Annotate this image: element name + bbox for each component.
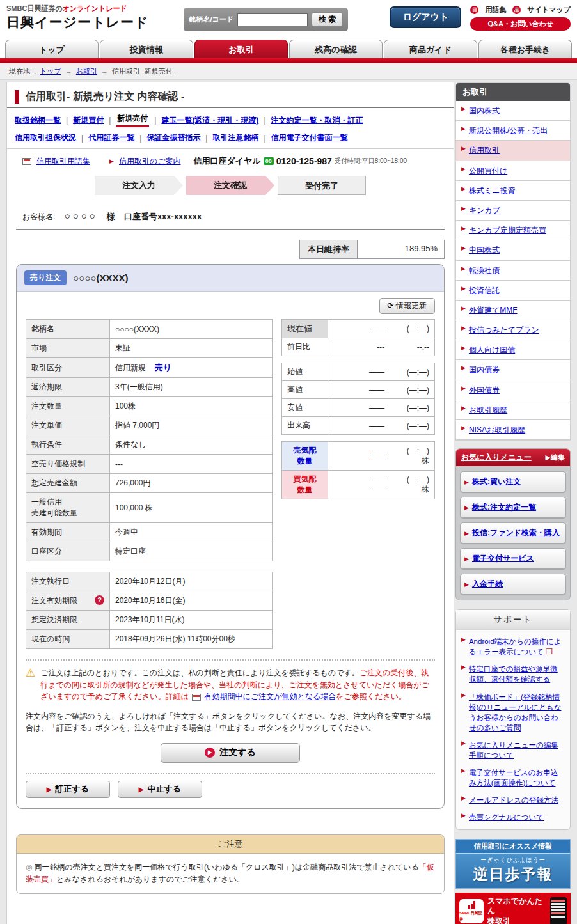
sidebar-link[interactable]: 外国債券 (469, 385, 500, 395)
support-item[interactable]: ▶ 電子交付サービスのお申込み方法(画面操作)について (461, 767, 565, 788)
favorite-item[interactable]: ▶ 株式:買い注文 (460, 471, 566, 492)
gyakuhibu-banner[interactable]: 信用取引にオススメ情報 ーぎゃくひぶよほうー 逆日歩予報 (455, 839, 571, 889)
tab-product-guide[interactable]: 商品ガイド (384, 40, 477, 58)
support-item[interactable]: ▶ メールアドレスの登録方法 (461, 795, 565, 805)
subnav-link[interactable]: 取引注意銘柄 (212, 132, 258, 143)
sidebar-link[interactable]: NISAお取引履歴 (469, 425, 525, 435)
sidebar-item[interactable]: ▶ 外国債券 (456, 380, 570, 400)
support-item[interactable]: ▶ Android端末からの操作によるエラー表示について ❐ (461, 636, 565, 657)
sidebar-item[interactable]: ▶ 投資信託 (456, 281, 570, 301)
modify-order-button[interactable]: ▶訂正する (26, 781, 110, 798)
table-row: 安値 ——(—:—) (282, 399, 435, 417)
breadcrumb-current: 信用取引 -新規売付- (112, 67, 175, 75)
sidebar-item[interactable]: ▶ 信用取引 (456, 141, 570, 161)
sidebar-link[interactable]: 信用取引 (469, 145, 500, 155)
sidebar-item[interactable]: ▶ キンカブ定期定額売買 (456, 221, 570, 240)
sidebar-item[interactable]: ▶ 新規公開株/公募・売出 (456, 121, 570, 141)
support-link[interactable]: 売買シグナルについて (469, 813, 544, 821)
sidebar-item[interactable]: ▶ 国内株式 (456, 101, 570, 121)
favorite-item[interactable]: ▶ 入金手続 (460, 574, 566, 595)
tab-invest-info[interactable]: 投資情報 (100, 40, 193, 58)
subnav-link[interactable]: 信用取引担保状況 (15, 132, 76, 143)
sidebar-link[interactable]: お取引履歴 (469, 405, 507, 415)
subnav-link[interactable]: 建玉一覧(返済・現引・現渡) (161, 115, 258, 126)
sidebar-link[interactable]: 投資信託 (469, 285, 500, 295)
submit-order-button[interactable]: ▶注文する (161, 743, 300, 763)
favorites-title[interactable]: お気に入りメニュー (461, 452, 532, 463)
cancel-order-button[interactable]: ▶中止する (118, 781, 202, 798)
subnav-link[interactable]: 取扱銘柄一覧 (15, 115, 61, 126)
support-item[interactable]: ▶ 売買シグナルについて (461, 812, 565, 822)
sidebar-link[interactable]: 中国株式 (469, 245, 500, 255)
favorite-item[interactable]: ▶ 株式:注文約定一覧 (460, 497, 566, 518)
sidebar-link[interactable]: 転換社債 (469, 265, 500, 276)
customer-name: ○○○○ (65, 210, 98, 221)
bid-label: 買気配 数量 (282, 471, 328, 499)
favorite-link[interactable]: 入金手続 (472, 579, 503, 590)
support-title: サポート (456, 610, 570, 630)
sidebar-item[interactable]: ▶ NISAお取引履歴 (456, 420, 570, 440)
credit-glossary-link[interactable]: 信用取引用語集 (36, 156, 90, 167)
breadcrumb-trade-link[interactable]: お取引 (76, 67, 97, 75)
subnav-link[interactable]: 新規売付 (116, 113, 149, 127)
sidebar-link[interactable]: キンカブ (469, 205, 500, 215)
sidebar-link[interactable]: 公開買付け (469, 166, 507, 176)
sidebar-link[interactable]: 国内株式 (469, 106, 500, 116)
sidebar-link[interactable]: 外貨建てMMF (469, 305, 518, 315)
qa-contact-button[interactable]: Q&A・お問い合わせ (470, 17, 571, 31)
support-link[interactable]: お気に入りメニューの編集手順について (469, 741, 558, 759)
sidebar-item[interactable]: ▶ 中国株式 (456, 240, 570, 260)
support-link[interactable]: 特定口座での損益や源泉徴収額、還付額を確認する (469, 665, 558, 683)
refresh-button[interactable]: ⟳ 情報更新 (379, 298, 435, 314)
brand-logo[interactable]: SMBC日興証券のオンライントレード 日興イージートレード (6, 4, 148, 31)
sidebar-link[interactable]: キンカブ定期定額売買 (469, 225, 546, 235)
support-link[interactable]: 「株価ボード」(登録銘柄情報)のリニューアルにともなうお客様からのお問い合わせの… (469, 693, 562, 732)
sidebar-link[interactable]: 投信つみたてプラン (469, 325, 539, 335)
favorite-link[interactable]: 電子交付サービス (472, 553, 534, 564)
subnav-link[interactable]: 注文約定一覧・取消・訂正 (271, 115, 363, 126)
tab-procedures[interactable]: 各種お手続き (478, 40, 572, 58)
subnav-link[interactable]: 代用証券一覧 (88, 132, 134, 143)
favorite-link[interactable]: 投信:ファンド検索・購入 (472, 528, 560, 538)
tab-top[interactable]: トップ (5, 40, 99, 58)
search-input[interactable] (237, 13, 308, 26)
glossary-link[interactable]: 用語集 (485, 5, 506, 15)
support-item[interactable]: ▶ お気に入りメニューの編集手順について (461, 740, 565, 760)
sidebar-item[interactable]: ▶ 公開買付け (456, 161, 570, 181)
app-banner[interactable]: SMBC日興証券 スマホでかんたん 株取引 SMBC日興証券アプリ (455, 893, 571, 924)
favorite-item[interactable]: ▶ 電子交付サービス (460, 548, 566, 569)
support-item[interactable]: ▶ 特定口座での損益や源泉徴収額、還付額を確認する (461, 664, 565, 684)
sidebar-item[interactable]: ▶ お取引履歴 (456, 400, 570, 420)
sidebar-item[interactable]: ▶ 個人向け国債 (456, 340, 570, 360)
sidebar-link[interactable]: 新規公開株/公募・売出 (469, 125, 548, 136)
subnav-link[interactable]: 新規買付 (73, 115, 104, 126)
sidebar-link[interactable]: 個人向け国債 (469, 345, 515, 355)
sidebar-item[interactable]: ▶ キンカブ (456, 201, 570, 221)
sidebar-item[interactable]: ▶ 国内債券 (456, 360, 570, 380)
sidebar-item[interactable]: ▶ 投信つみたてプラン (456, 320, 570, 340)
help-icon[interactable]: ? (95, 595, 104, 605)
support-link[interactable]: メールアドレスの登録方法 (469, 796, 558, 804)
sidebar-link[interactable]: 株式ミニ投資 (469, 185, 516, 196)
breadcrumb-top-link[interactable]: トップ (40, 67, 61, 75)
favorite-link[interactable]: 株式:買い注文 (472, 476, 521, 487)
subnav-link[interactable]: 信用電子交付書面一覧 (271, 132, 348, 143)
credit-guide-link[interactable]: 信用取引のご案内 (119, 156, 181, 167)
support-link[interactable]: 電子交付サービスのお申込み方法(画面操作)について (469, 769, 558, 787)
invalid-order-link[interactable]: 有効期間中にご注文が無効となる場合 (205, 692, 336, 701)
logout-button[interactable]: ログアウト (390, 6, 461, 28)
search-button[interactable]: 検 索 (312, 12, 343, 27)
tab-balance[interactable]: 残高の確認 (289, 40, 383, 58)
glossary-icon: 目 (470, 6, 478, 14)
subnav-link[interactable]: 保証金振替指示 (146, 132, 200, 143)
favorite-item[interactable]: ▶ 投信:ファンド検索・購入 (460, 522, 566, 544)
sitemap-link[interactable]: サイトマップ (527, 5, 571, 15)
sidebar-item[interactable]: ▶ 転換社債 (456, 261, 570, 281)
sidebar-link[interactable]: 国内債券 (469, 364, 500, 375)
favorite-link[interactable]: 株式:注文約定一覧 (472, 502, 536, 513)
sidebar-item[interactable]: ▶ 株式ミニ投資 (456, 181, 570, 201)
support-item[interactable]: ▶ 「株価ボード」(登録銘柄情報)のリニューアルにともなうお客様からのお問い合わ… (461, 692, 565, 733)
favorites-edit-link[interactable]: ▶編集 (546, 453, 565, 462)
sidebar-item[interactable]: ▶ 外貨建てMMF (456, 301, 570, 320)
tab-trade[interactable]: お取引 (194, 40, 288, 58)
